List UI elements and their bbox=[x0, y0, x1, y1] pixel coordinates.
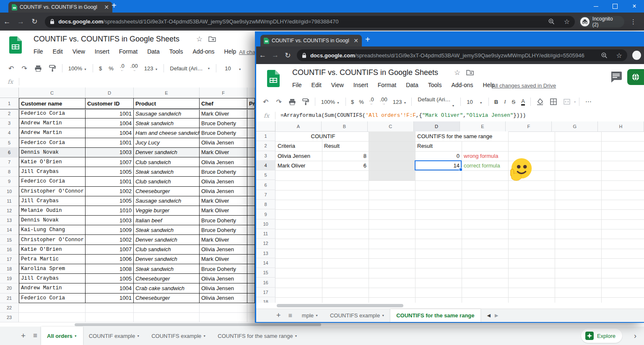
cell[interactable]: Price bbox=[247, 98, 255, 109]
incognito-badge[interactable]: Incognito (2) bbox=[579, 16, 624, 28]
sheet-tab-countifs-for-the-same-range[interactable]: COUNTIFS for the same range bbox=[390, 309, 480, 322]
cell[interactable]: Bruce Doherty bbox=[200, 264, 247, 274]
cell[interactable]: Federico Coria bbox=[19, 294, 86, 303]
bg-tab-close-icon[interactable]: ✕ bbox=[104, 4, 109, 10]
zoom-select[interactable]: 100%▼ bbox=[68, 65, 87, 72]
cell-countif-result[interactable]: 8 bbox=[322, 151, 369, 161]
row-header-3[interactable]: 3 bbox=[256, 151, 275, 161]
cell[interactable]: 1001 bbox=[86, 138, 134, 148]
cell-countif-title[interactable]: COUNTIF bbox=[276, 131, 369, 141]
col-header-G[interactable]: G bbox=[552, 121, 598, 131]
fill-handle[interactable] bbox=[459, 168, 462, 171]
cell-criteria-header[interactable]: Criteria bbox=[276, 141, 322, 151]
menu-file[interactable]: File bbox=[292, 82, 302, 88]
borders-icon[interactable] bbox=[550, 98, 557, 105]
cell[interactable]: 1002 bbox=[86, 235, 134, 245]
cell-countifs-title[interactable]: COUNTIFS for the same range bbox=[415, 131, 508, 141]
bg-newtab-button[interactable]: + bbox=[112, 1, 117, 10]
star-doc-icon[interactable]: ☆ bbox=[196, 35, 203, 44]
col-header-C[interactable]: C bbox=[368, 121, 414, 131]
cell[interactable] bbox=[247, 167, 255, 177]
row-header-23[interactable]: 23 bbox=[0, 313, 19, 322]
row-header-16[interactable]: 16 bbox=[0, 245, 19, 255]
cell[interactable]: Melanie Oudin bbox=[19, 206, 86, 216]
format-currency-button[interactable]: $ bbox=[351, 99, 354, 105]
fg-hscroll-thumb[interactable] bbox=[277, 304, 403, 307]
cell[interactable]: 1005 bbox=[86, 167, 134, 177]
tab-dropdown-icon[interactable]: ▼ bbox=[382, 314, 384, 317]
sheet-tab-countifs-for-the-same-range[interactable]: COUNTIFS for the same range▼ bbox=[212, 327, 303, 345]
cell[interactable]: Bruce Doherty bbox=[200, 225, 247, 235]
cell[interactable] bbox=[247, 216, 255, 225]
increase-decimal-button[interactable]: .00→ bbox=[380, 98, 387, 106]
menu-insert[interactable]: Insert bbox=[95, 48, 109, 55]
cell[interactable]: Cheeseburger bbox=[134, 187, 200, 196]
cell[interactable]: Andrew Martin bbox=[19, 283, 86, 293]
paint-format-icon[interactable] bbox=[302, 98, 309, 105]
col-header-F[interactable]: F bbox=[200, 88, 247, 98]
cell[interactable]: Mark Oliver bbox=[200, 255, 247, 264]
sheets-logo[interactable] bbox=[267, 70, 280, 87]
row-header-7[interactable]: 7 bbox=[0, 157, 19, 167]
menu-addons[interactable]: Add-ons bbox=[192, 48, 214, 55]
row-header-1[interactable]: 1 bbox=[0, 98, 19, 109]
format-percent-button[interactable]: % bbox=[359, 99, 364, 105]
cell[interactable] bbox=[247, 294, 255, 303]
menu-view[interactable]: View bbox=[331, 82, 344, 88]
cell[interactable] bbox=[247, 313, 255, 322]
cell[interactable]: 1007 bbox=[86, 157, 134, 167]
cell[interactable]: Club sandwich bbox=[134, 245, 200, 255]
sheet-tab-countif-example[interactable]: COUNTIF example▼ bbox=[83, 327, 145, 345]
cell[interactable] bbox=[19, 313, 86, 322]
cell[interactable]: 1010 bbox=[86, 206, 134, 216]
menu-tools[interactable]: Tools bbox=[169, 48, 183, 55]
row-header-2[interactable]: 2 bbox=[0, 109, 19, 118]
cell[interactable]: Jill Craybas bbox=[19, 167, 86, 177]
row-header-13[interactable]: 13 bbox=[0, 216, 19, 225]
sheets-logo[interactable] bbox=[9, 36, 22, 54]
row-header-1[interactable]: 1 bbox=[256, 131, 275, 141]
cell-note-correct[interactable]: correct formula bbox=[462, 161, 508, 170]
col-header-F[interactable]: F bbox=[506, 121, 552, 131]
bookmark-star-icon[interactable]: ☆ bbox=[564, 18, 570, 26]
menu-help[interactable]: Help bbox=[224, 48, 236, 55]
cell[interactable]: Steak sandwich bbox=[134, 118, 200, 128]
cell[interactable] bbox=[86, 303, 134, 313]
cell[interactable]: Andrew Martin bbox=[19, 118, 86, 128]
bg-select-all-corner[interactable] bbox=[0, 88, 19, 98]
cell[interactable]: Cheeseburger bbox=[134, 274, 200, 283]
tab-scroll-right-icon[interactable]: ▶ bbox=[495, 313, 498, 318]
cell[interactable] bbox=[247, 118, 255, 128]
row-header-10[interactable]: 10 bbox=[256, 219, 275, 229]
cell[interactable]: Katie O'Brien bbox=[19, 245, 86, 255]
cell[interactable] bbox=[247, 196, 255, 206]
tab-dropdown-icon[interactable]: ▼ bbox=[74, 335, 77, 337]
menu-edit[interactable]: Edit bbox=[312, 82, 322, 88]
cell[interactable]: Kai-Lung Chang bbox=[19, 225, 86, 235]
fg-doc-title[interactable]: COUNTIF vs. COUNTIFS in Google Sheets bbox=[292, 68, 438, 77]
font-size-select[interactable]: 10▼ bbox=[225, 65, 241, 72]
more-toolbar-button[interactable]: ⋯ bbox=[585, 98, 592, 106]
row-header-6[interactable]: 6 bbox=[0, 148, 19, 157]
cell[interactable]: Christopher O'Connor bbox=[19, 187, 86, 196]
tab-scroll-left-icon[interactable]: ◀ bbox=[487, 313, 491, 318]
cell[interactable]: Steak sandwich bbox=[134, 264, 200, 274]
row-header-8[interactable]: 8 bbox=[256, 200, 275, 209]
cell[interactable] bbox=[247, 138, 255, 148]
menu-insert[interactable]: Insert bbox=[353, 82, 368, 88]
cell[interactable]: Federico Coria bbox=[19, 138, 86, 148]
row-header-21[interactable]: 21 bbox=[0, 294, 19, 303]
zoom-select[interactable]: 100%▼ bbox=[321, 99, 340, 105]
col-header-D[interactable]: D bbox=[86, 88, 134, 98]
cell[interactable]: Olivia Jensen bbox=[200, 138, 247, 148]
fg-tab-close-icon[interactable]: ✕ bbox=[353, 38, 358, 44]
cell[interactable]: 1004 bbox=[86, 128, 134, 138]
cell[interactable]: Katie O'Brien bbox=[19, 157, 86, 167]
cell[interactable]: 1001 bbox=[86, 294, 134, 303]
cell-countif-result[interactable]: 6 bbox=[322, 161, 369, 170]
add-sheet-icon[interactable]: + bbox=[276, 311, 281, 320]
cell-criteria[interactable]: Mark Oliver bbox=[276, 161, 322, 170]
format-percent-button[interactable]: % bbox=[109, 65, 114, 72]
all-sheets-icon[interactable]: ≡ bbox=[288, 312, 292, 319]
cell[interactable]: 1001 bbox=[86, 109, 134, 118]
